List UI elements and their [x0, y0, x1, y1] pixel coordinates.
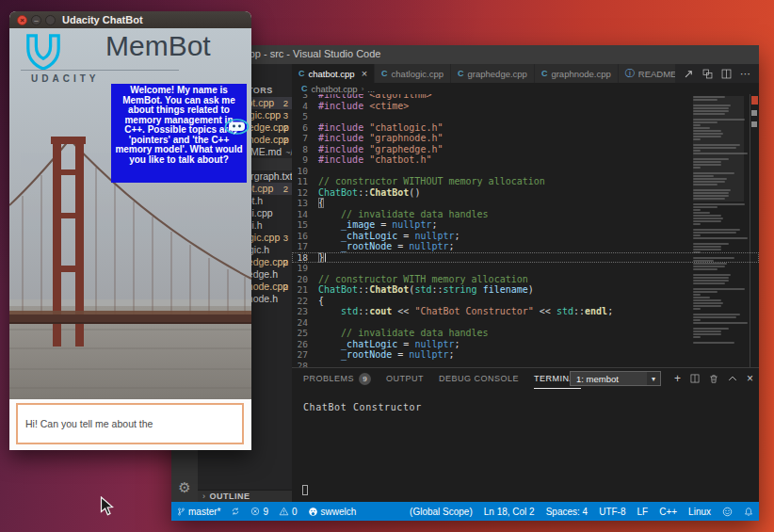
panel-tab-output[interactable]: OUTPUT — [386, 369, 424, 389]
status-item[interactable]: Spaces: 4 — [546, 507, 588, 517]
minimap-line — [693, 189, 731, 191]
split-terminal-icon[interactable] — [690, 374, 700, 383]
tab-chatlogic.cpp[interactable]: Cchatlogic.cpp — [375, 64, 451, 83]
window-maximize-button[interactable] — [45, 15, 56, 25]
editor-group: Cchatbot.cpp×Cchatlogic.cppCgraphedge.cp… — [292, 64, 759, 502]
window-close-button[interactable]: × — [17, 15, 27, 25]
account-item[interactable]: swwelch — [308, 507, 357, 517]
tab-graphedge.cpp[interactable]: Cgraphedge.cpp — [451, 64, 535, 83]
breadcrumb[interactable]: C chatbot.cpp › ... — [292, 83, 759, 94]
code-line[interactable]: 5 — [292, 111, 759, 122]
chat-input[interactable] — [16, 403, 244, 444]
minimap-line — [693, 133, 723, 135]
vscode-titlebar[interactable]: chatbot.cpp - src - Visual Studio Code — [171, 45, 759, 64]
more-actions-icon[interactable]: ⋯ — [740, 71, 750, 76]
code-line[interactable]: 23 std::cout << "ChatBot Constructor" <<… — [292, 306, 759, 317]
code-line[interactable]: 20// constructor WITH memory allocation — [292, 274, 759, 285]
code-line[interactable]: 7#include "graphnode.h" — [292, 133, 759, 144]
code-line[interactable]: 15 _image = nullptr; — [292, 219, 759, 231]
kill-terminal-trash-icon[interactable] — [709, 374, 718, 384]
tab-chatbot.cpp[interactable]: Cchatbot.cpp× — [292, 64, 375, 83]
code-line[interactable]: 13{ — [292, 198, 759, 209]
maximize-panel-icon[interactable] — [728, 375, 737, 382]
code-line[interactable]: 6#include "chatlogic.h" — [292, 122, 759, 134]
minimap-line — [693, 127, 710, 129]
status-item[interactable]: C++ — [659, 507, 677, 517]
split-editor-icon[interactable] — [721, 69, 732, 79]
code-line[interactable]: 27 _rootNode = nullptr; — [292, 349, 759, 361]
problems-warnings-item[interactable]: 0 — [279, 507, 298, 517]
code-line[interactable]: 24 — [292, 317, 759, 329]
status-item[interactable]: Ln 18, Col 2 — [484, 507, 535, 517]
line-number: 23 — [292, 306, 318, 317]
outline-section-header[interactable]: ›OUTLINE — [198, 490, 292, 502]
minimap-line — [693, 212, 710, 214]
minimap-line — [693, 280, 729, 282]
overview-modified-marker — [751, 96, 758, 105]
code-line[interactable]: 11// constructor WITHOUT memory allocati… — [292, 176, 759, 187]
minimap-line — [693, 229, 740, 231]
code-line[interactable]: 4#include <ctime> — [292, 101, 759, 112]
cpp-file-icon: C — [381, 69, 388, 78]
problems-count-badge: 9 — [359, 373, 371, 385]
notifications-bell-icon[interactable] — [744, 507, 753, 517]
breadcrumb-more: ... — [367, 84, 375, 94]
panel-tab-debug-console[interactable]: DEBUG CONSOLE — [439, 369, 519, 389]
minimap-line — [693, 297, 710, 298]
terminal[interactable]: ChatBot Constructor — [292, 389, 759, 502]
open-preview-icon[interactable] — [684, 69, 694, 79]
code-line[interactable]: 17 _rootNode = nullptr; — [292, 241, 759, 252]
minimap[interactable] — [693, 96, 744, 363]
code-line[interactable]: 12ChatBot::ChatBot() — [292, 187, 759, 199]
minimap-line — [693, 302, 723, 304]
status-item[interactable]: LF — [637, 507, 649, 517]
code-line[interactable]: 9#include "chatbot.h" — [292, 154, 759, 166]
close-panel-icon[interactable]: × — [747, 373, 753, 384]
chatbot-titlebar[interactable]: × – Udacity ChatBot — [9, 11, 251, 28]
minimap-line — [693, 322, 748, 324]
scrollbar[interactable] — [750, 94, 750, 367]
open-changes-icon[interactable] — [702, 69, 713, 79]
minimap-line — [693, 314, 740, 315]
code-line[interactable]: 10 — [292, 166, 759, 177]
status-item[interactable]: (Global Scope) — [410, 507, 473, 517]
window-minimize-button[interactable]: – — [31, 15, 41, 25]
line-number: 5 — [292, 111, 318, 122]
code-line[interactable]: 8#include "graphedge.h" — [292, 144, 759, 155]
status-item[interactable]: Linux — [688, 507, 711, 517]
minimap-line — [693, 215, 721, 217]
minimap-line — [693, 153, 748, 154]
terminal-picker-dropdown[interactable]: 1: membot ▾ — [570, 371, 661, 386]
close-tab-icon[interactable]: × — [362, 68, 367, 79]
code-line[interactable]: 16 _chatLogic = nullptr; — [292, 231, 759, 242]
code-editor[interactable]: 3#include <algorithm>4#include <ctime>56… — [292, 94, 759, 367]
problems-errors-item[interactable]: 9 — [250, 507, 268, 517]
feedback-smiley-icon[interactable] — [722, 507, 733, 517]
settings-gear-icon[interactable]: ⚙ — [171, 479, 198, 496]
panel-tab-label: PROBLEMS — [303, 374, 354, 383]
line-number: 13 — [292, 198, 318, 209]
line-number: 24 — [292, 317, 318, 329]
minimap-line — [693, 246, 721, 248]
code-line[interactable]: 21ChatBot::ChatBot(std::string filename) — [292, 284, 759, 296]
minimap-line — [693, 164, 721, 166]
dropdown-caret-icon: ▾ — [647, 372, 660, 385]
code-line[interactable]: 22{ — [292, 296, 759, 307]
new-terminal-icon[interactable]: + — [674, 373, 681, 384]
panel-tab-problems[interactable]: PROBLEMS9 — [303, 369, 371, 389]
tab-graphnode.cpp[interactable]: Cgraphnode.cpp — [535, 64, 619, 83]
git-branch-item[interactable]: master* — [177, 507, 220, 517]
minimap-line — [693, 299, 721, 301]
code-line[interactable]: 25 // invalidate data handles — [292, 328, 759, 339]
minimap-line — [693, 274, 731, 276]
code-line[interactable]: 18} — [292, 252, 759, 264]
code-line[interactable]: 19 — [292, 263, 759, 274]
sync-item[interactable] — [231, 507, 240, 516]
code-line[interactable]: 14 // invalidate data handles — [292, 209, 759, 220]
minimap-line — [693, 243, 729, 245]
code-line[interactable]: 26 _chatLogic = nullptr; — [292, 339, 759, 350]
line-number: 12 — [292, 187, 318, 199]
code-line[interactable]: 28 — [292, 361, 759, 368]
minimap-line — [693, 249, 721, 250]
status-item[interactable]: UTF-8 — [599, 507, 625, 517]
